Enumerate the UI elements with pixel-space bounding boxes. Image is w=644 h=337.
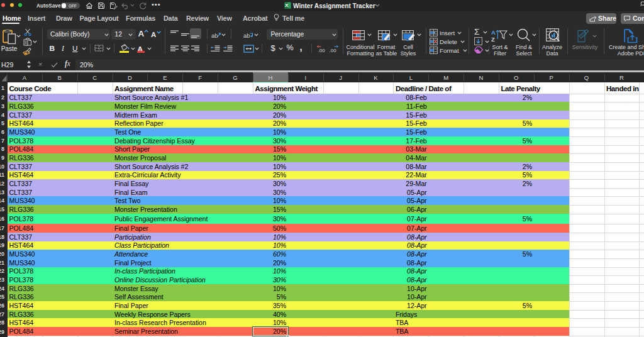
svg-text:X: X [285,3,289,8]
svg-text:Z: Z [491,36,495,43]
svg-text:ab: ab [211,31,218,38]
svg-text:ab: ab [243,31,250,38]
svg-text:A: A [491,28,496,35]
